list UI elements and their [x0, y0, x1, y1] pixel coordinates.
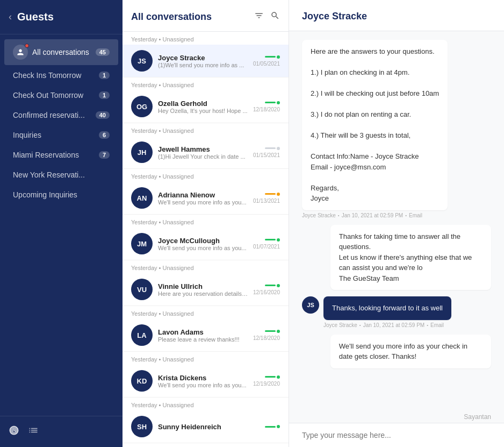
avatar: OG	[131, 96, 153, 117]
sidebar: ‹ Guests All conversations 45 Check Ins …	[0, 0, 123, 447]
conv-meta	[265, 425, 280, 428]
sidebar-item-new-york-reservations[interactable]: New York Reservati...	[4, 165, 118, 185]
chat-message: We'll send you more info as your check i…	[330, 335, 491, 368]
conv-preview: Please leave a review thanks!!!	[158, 336, 248, 343]
sidebar-item-label: Miami Reservations	[13, 151, 79, 159]
conv-preview: (1)Hi Jewell Your check in date ...	[158, 153, 248, 160]
conv-info: Joyce Stracke (1)We'll send you more inf…	[158, 54, 248, 68]
conv-date: 01/13/2021	[253, 198, 280, 204]
back-button[interactable]: ‹	[9, 11, 12, 23]
conv-group-label: Yesterday • Unassigned	[123, 260, 289, 273]
conv-group-label: Yesterday • Unassigned	[123, 169, 289, 182]
conv-group-label: Yesterday • Unassigned	[123, 123, 289, 136]
chat-message: Here are the answers to your questions. …	[302, 40, 448, 218]
conv-name: Ozella Gerhold	[158, 100, 248, 108]
filter-icon[interactable]	[254, 11, 264, 23]
sidebar-item-confirmed-reservations[interactable]: Confirmed reservati... 40	[4, 105, 118, 125]
conv-date: 01/07/2021	[253, 244, 280, 250]
conv-group-label: Yesterday • Unassigned	[123, 32, 289, 45]
chat-meta: Joyce Stracke • Jan 10, 2021 at 02:59 PM…	[302, 212, 448, 218]
sidebar-header: ‹ Guests	[0, 0, 123, 34]
clock-icon[interactable]	[9, 425, 19, 438]
status-indicator	[265, 101, 280, 104]
conv-list-header: All conversations	[123, 0, 289, 32]
conv-item-adrianna-nienow[interactable]: AN Adrianna Nienow We'll send you more i…	[123, 182, 289, 215]
conv-item-ozella-gerhold[interactable]: OG Ozella Gerhold Hey Ozella, It's your …	[123, 90, 289, 123]
chat-input[interactable]	[302, 431, 491, 439]
sidebar-item-upcoming-inquiries[interactable]: Upcoming Inquiries	[4, 185, 118, 204]
sidebar-item-label: Upcoming Inquiries	[13, 190, 77, 199]
sidebar-badge: 1	[99, 91, 110, 99]
conv-item-joyce-mccullough[interactable]: JM Joyce McCullough We'll send you more …	[123, 228, 289, 260]
sidebar-badge: 6	[99, 131, 110, 139]
conv-item-jewell-hammes[interactable]: JH Jewell Hammes (1)Hi Jewell Your check…	[123, 136, 289, 169]
conv-group-label: Yesterday • Unassigned	[123, 306, 289, 319]
conv-preview: We'll send you more info as you...	[158, 382, 248, 388]
sidebar-item-check-ins-tomorrow[interactable]: Check Ins Tomorrow 1	[4, 66, 118, 85]
conv-meta: 12/19/2020	[253, 375, 280, 387]
status-indicator	[265, 375, 280, 379]
conv-info: Ozella Gerhold Hey Ozella, It's your hos…	[158, 100, 248, 114]
chat-timestamp: Jan 10, 2021 at 02:59 PM	[342, 212, 404, 218]
avatar: LA	[131, 324, 153, 346]
conv-item-joyce-stracke[interactable]: JS Joyce Stracke (1)We'll send you more …	[123, 45, 289, 77]
conv-date: 01/15/2021	[253, 152, 280, 158]
sidebar-badge: 40	[96, 111, 110, 119]
conv-info: Joyce McCullough We'll send you more inf…	[158, 237, 248, 251]
sidebar-item-label: Check Out Tomorrow	[13, 91, 83, 100]
chat-bubble: Here are the answers to your questions. …	[302, 40, 448, 210]
chat-bubble: We'll send you more info as your check i…	[330, 335, 491, 368]
conv-meta: 01/15/2021	[253, 147, 280, 158]
chat-message-with-avatar: JS Thanks, looking forward to it as well…	[302, 296, 491, 328]
conv-name: Jewell Hammes	[158, 145, 248, 153]
conv-meta: 12/16/2020	[253, 284, 280, 295]
search-icon[interactable]	[270, 11, 280, 23]
conv-item-lavon-adams[interactable]: LA Lavon Adams Please leave a review tha…	[123, 319, 289, 352]
conv-item-sunny-heidenreich[interactable]: SH Sunny Heidenreich	[123, 410, 289, 443]
conv-name: Joyce McCullough	[158, 237, 248, 245]
chat-channel: Email	[409, 212, 422, 218]
conv-item-vinnie-ullrich[interactable]: VU Vinnie Ullrich Here are you reservati…	[123, 273, 289, 306]
avatar: KD	[131, 370, 153, 392]
chat-sender: Joyce Stracke	[323, 322, 357, 328]
sidebar-item-label: Inquiries	[13, 131, 41, 139]
conv-item-krista-dickens[interactable]: KD Krista Dickens We'll send you more in…	[123, 365, 289, 398]
sidebar-item-inquiries[interactable]: Inquiries 6	[4, 125, 118, 145]
conv-preview: Hey Ozella, It's your host! Hope ...	[158, 108, 248, 114]
conv-info: Sunny Heidenreich	[158, 423, 260, 431]
conv-date: 12/19/2020	[253, 381, 280, 387]
conv-info: Krista Dickens We'll send you more info …	[158, 374, 248, 388]
sidebar-title: Guests	[17, 11, 54, 23]
chat-timestamp: Jan 10, 2021 at 02:59 PM	[363, 322, 425, 328]
avatar: VU	[131, 279, 153, 300]
conv-preview: (1)We'll send you more info as ...	[158, 62, 248, 68]
status-indicator	[265, 238, 280, 242]
conv-name: Sunny Heidenreich	[158, 423, 260, 431]
conv-name: Krista Dickens	[158, 374, 248, 382]
status-indicator	[265, 425, 280, 428]
sidebar-item-check-out-tomorrow[interactable]: Check Out Tomorrow 1	[4, 86, 118, 105]
chat-panel: Joyce Stracke Here are the answers to yo…	[289, 0, 504, 447]
conv-preview: Here are you reservation details ...	[158, 290, 248, 297]
conv-date: 01/05/2021	[253, 61, 280, 67]
avatar: JS	[302, 296, 319, 314]
sidebar-item-miami-reservations[interactable]: Miami Reservations 7	[4, 145, 118, 165]
tasks-icon[interactable]	[28, 425, 39, 438]
avatar: JH	[131, 141, 153, 163]
conv-date: 12/16/2020	[253, 289, 280, 295]
sidebar-item-all-conversations[interactable]: All conversations 45	[4, 39, 118, 65]
chat-message: Thanks, looking forward to it as well Jo…	[323, 296, 451, 328]
sidebar-item-label: New York Reservati...	[13, 171, 85, 179]
chat-bubble: Thanks for taking time to answer all the…	[330, 225, 491, 290]
chat-channel: Email	[430, 322, 444, 328]
avatar: AN	[131, 187, 153, 209]
chat-body: Here are the answers to your questions. …	[289, 31, 504, 413]
sidebar-item-label: All conversations	[32, 48, 89, 56]
conv-name: Joyce Stracke	[158, 54, 248, 62]
conv-meta: 01/05/2021	[253, 55, 280, 67]
sidebar-item-label: Check Ins Tomorrow	[13, 71, 81, 80]
chat-header: Joyce Stracke	[289, 0, 504, 31]
status-indicator	[265, 147, 280, 150]
chat-input-area	[289, 423, 504, 447]
sidebar-badge: 45	[96, 48, 110, 56]
